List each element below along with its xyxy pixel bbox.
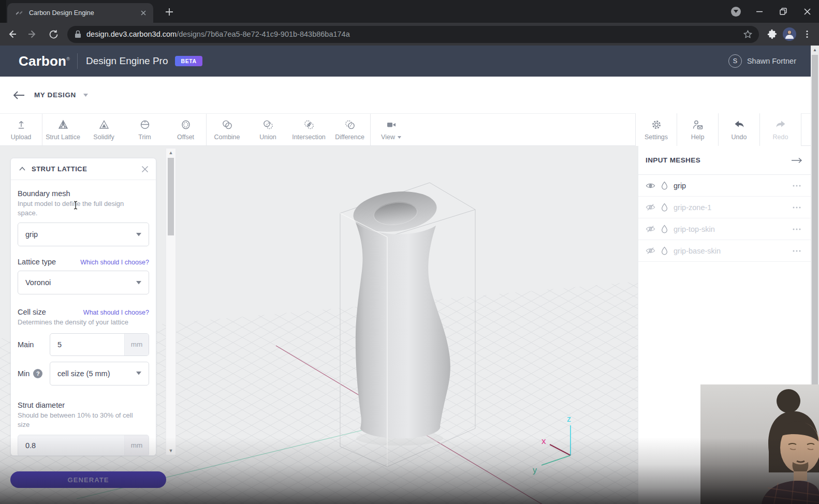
toolbar-label: Trim [138, 134, 151, 141]
mesh-row-grip-base-skin[interactable]: grip-base-skin [638, 240, 811, 262]
visibility-off-icon[interactable] [646, 203, 656, 211]
cell-size-help: Determines the density of your lattice [18, 318, 149, 327]
app-header: Carbon® Design Engine Pro BETA S Shawn F… [0, 46, 811, 77]
redo-icon [774, 118, 787, 131]
toolbar-union[interactable]: Union [247, 114, 288, 145]
product-name: Design Engine Pro [86, 55, 168, 67]
row-menu-icon[interactable] [791, 250, 802, 252]
gear-icon [650, 118, 663, 131]
strut-diameter-label: Strut diameter [18, 401, 149, 409]
extensions-puzzle-icon[interactable] [763, 29, 781, 39]
lock-icon [75, 30, 81, 38]
mesh-row-grip-zone-1[interactable]: grip-zone-1 [638, 197, 811, 218]
strut-diameter-input[interactable]: 0.8 mm [18, 435, 149, 456]
panel-close-icon[interactable] [141, 166, 149, 173]
browser-update-icon[interactable] [724, 4, 748, 19]
main-cell-size-input[interactable]: 5 mm [50, 333, 149, 356]
lattice-type-value: Voronoi [25, 278, 136, 287]
browser-tab[interactable]: Carbon Design Engine [7, 3, 153, 23]
toolbar-redo[interactable]: Redo [760, 113, 801, 146]
offset-icon [180, 118, 192, 131]
boundary-mesh-select[interactable]: grip [18, 223, 149, 246]
back-icon[interactable] [3, 25, 21, 43]
row-menu-icon[interactable] [791, 228, 802, 230]
toolbar-upload[interactable]: Upload [0, 114, 42, 145]
mesh-icon [661, 246, 669, 256]
refresh-icon[interactable] [45, 25, 62, 43]
back-arrow-icon[interactable] [12, 90, 26, 100]
mesh-name: grip-zone-1 [674, 203, 791, 212]
mesh-row-grip-top-skin[interactable]: grip-top-skin [638, 218, 811, 240]
mesh-row-grip[interactable]: grip [638, 175, 811, 197]
scroll-up-icon[interactable]: ▲ [169, 149, 173, 157]
main-cell-size-unit: mm [124, 334, 149, 355]
toolbar-label: Intersection [292, 134, 326, 141]
mesh-icon [661, 203, 669, 212]
design-name-caret-icon[interactable] [83, 94, 88, 97]
lattice-type-select[interactable]: Voronoi [18, 271, 149, 294]
view-icon [385, 118, 398, 131]
view-caret-icon [398, 136, 401, 139]
chevron-down-icon [136, 372, 141, 375]
intersection-icon [302, 118, 316, 131]
scrollbar-thumb[interactable] [812, 55, 818, 396]
union-icon [261, 118, 275, 131]
collapse-panel-arrow-icon[interactable] [791, 157, 802, 164]
toolbar-offset[interactable]: Offset [165, 114, 206, 145]
main-cell-size-value[interactable]: 5 [50, 334, 124, 355]
lattice-type-help-link[interactable]: Which should I choose? [80, 259, 149, 266]
visibility-on-icon[interactable] [646, 182, 656, 189]
collapse-caret-icon[interactable] [19, 167, 26, 172]
toolbar-intersection[interactable]: Intersection [288, 114, 329, 145]
toolbar-label: Undo [732, 134, 747, 141]
toolbar-label: Union [259, 134, 276, 141]
address-bar[interactable]: design.dev3.carbon3d.com/designs/7b6a7ea… [67, 26, 759, 43]
mesh-name: grip [674, 182, 791, 190]
toolbar-trim[interactable]: Trim [124, 114, 165, 145]
scroll-up-icon[interactable]: ▲ [811, 46, 819, 54]
browser-profile-avatar[interactable] [781, 27, 798, 41]
toolbar-difference[interactable]: Difference [329, 114, 370, 145]
visibility-off-icon[interactable] [646, 247, 656, 255]
bookmark-star-icon[interactable] [743, 29, 753, 39]
toolbar-help[interactable]: Help [677, 113, 719, 146]
min-help-badge[interactable]: ? [33, 369, 42, 378]
main-cell-size-label: Main [18, 340, 50, 349]
toolbar-combine[interactable]: Combine [207, 114, 247, 145]
panel-header: STRUT LATTICE [11, 158, 156, 180]
cell-size-help-link[interactable]: What should I choose? [83, 309, 149, 316]
visibility-off-icon[interactable] [646, 225, 656, 233]
user-menu[interactable]: S Shawn Fortner [728, 54, 796, 68]
row-menu-icon[interactable] [791, 185, 802, 187]
input-meshes-title: INPUT MESHES [646, 156, 791, 164]
new-tab-button[interactable] [163, 5, 176, 19]
min-cell-size-select[interactable]: cell size (5 mm) [50, 362, 149, 386]
panel-scrollbar[interactable]: ▲ ▼ [166, 148, 176, 455]
lattice-type-label: Lattice type [18, 258, 56, 266]
toolbar-undo[interactable]: Undo [719, 113, 760, 146]
toolbar-view[interactable]: View [371, 114, 412, 145]
upload-icon [15, 118, 27, 131]
mesh-icon [661, 225, 669, 234]
toolbar-settings[interactable]: Settings [636, 113, 677, 146]
restore-button[interactable] [771, 4, 795, 19]
row-menu-icon[interactable] [791, 206, 802, 209]
strut-diameter-help: Should be between 10% to 30% of cell siz… [18, 411, 139, 429]
design-name[interactable]: MY DESIGN [34, 91, 76, 99]
mesh-name: grip-top-skin [674, 225, 791, 233]
boundary-mesh-value: grip [25, 230, 136, 239]
cell-size-label: Cell size [18, 308, 46, 316]
toolbar-right-group: Settings Help Undo Redo [635, 113, 801, 146]
carbon-favicon-icon [14, 8, 24, 18]
forward-icon[interactable] [24, 25, 41, 43]
axis-x-label: x [542, 436, 546, 446]
toolbar-strut-lattice[interactable]: Strut Lattice [42, 114, 83, 145]
generate-button[interactable]: GENERATE [10, 471, 166, 488]
close-window-button[interactable] [795, 4, 819, 19]
scroll-down-icon[interactable]: ▼ [169, 447, 173, 455]
toolbar-solidify[interactable]: Solidify [83, 114, 124, 145]
scrollbar-thumb[interactable] [168, 158, 174, 235]
tab-close-icon[interactable] [139, 8, 148, 18]
minimize-button[interactable] [748, 4, 771, 19]
browser-menu-kebab-icon[interactable] [798, 29, 816, 39]
